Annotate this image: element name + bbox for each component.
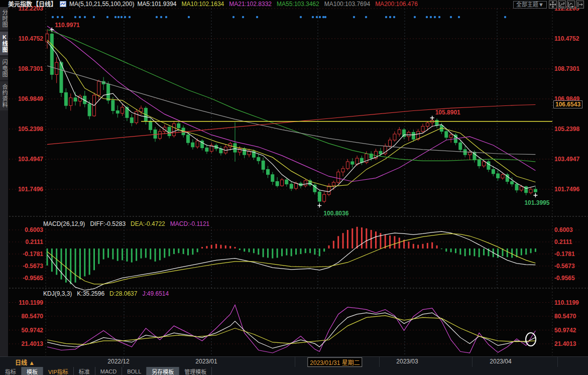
candle-body[interactable] xyxy=(501,175,504,178)
sidebar-tab-分时图[interactable]: 分时图 xyxy=(0,7,8,30)
candle-body[interactable] xyxy=(497,174,500,178)
date-tick[interactable]: 2022/12 xyxy=(107,358,129,365)
candle-body[interactable] xyxy=(393,134,396,140)
candle-body[interactable] xyxy=(534,189,537,192)
bottom-tab-管理模板[interactable]: 管理模板 xyxy=(179,367,212,375)
date-bar-cell-divider xyxy=(472,357,473,367)
ma-settings-label[interactable]: MA(5,10,21,55,100,200) xyxy=(69,1,134,8)
candle-body[interactable] xyxy=(295,183,298,188)
candle-body[interactable] xyxy=(511,182,514,184)
sidebar-tab-闪电图[interactable]: 闪电图 xyxy=(0,57,8,80)
date-tick-highlighted[interactable]: 2023/01/31 星期二 xyxy=(307,357,362,367)
candle-body[interactable] xyxy=(407,133,410,137)
candle-body[interactable] xyxy=(337,172,340,183)
candle-body[interactable] xyxy=(435,120,438,126)
candle-body[interactable] xyxy=(130,117,133,122)
expand-pane-icon[interactable] xyxy=(576,1,584,9)
candle-body[interactable] xyxy=(459,143,462,150)
theme-dropdown[interactable]: 全部主题▼ xyxy=(513,1,547,9)
candle-body[interactable] xyxy=(515,184,518,190)
bottom-tab-VIP指标[interactable]: VIP指标 xyxy=(43,367,74,375)
candle-body[interactable] xyxy=(290,184,293,189)
candle-body[interactable] xyxy=(483,162,486,166)
bottom-tab-模板[interactable]: 模板 xyxy=(22,367,43,375)
candle-body[interactable] xyxy=(177,123,180,128)
candle-body[interactable] xyxy=(187,135,190,143)
sidebar-tab-active-K线图[interactable]: K线图 xyxy=(0,32,8,55)
candle-body[interactable] xyxy=(304,181,307,186)
macd-name[interactable]: MACD(26,12,9) xyxy=(43,220,85,227)
candle-body[interactable] xyxy=(205,148,208,152)
candle-body[interactable] xyxy=(172,123,175,136)
candle-body[interactable] xyxy=(111,100,114,111)
candle-body[interactable] xyxy=(398,130,401,134)
candle-body[interactable] xyxy=(149,121,152,130)
price-axis-label-left: 101.7496 xyxy=(18,186,43,193)
pan-icon[interactable] xyxy=(549,1,557,9)
candle-body[interactable] xyxy=(46,34,49,42)
candle-body[interactable] xyxy=(468,152,472,155)
candle-body[interactable] xyxy=(257,157,260,161)
candle-body[interactable] xyxy=(529,189,532,193)
bottom-tab-标准[interactable]: 标准 xyxy=(74,367,95,375)
candle-body[interactable] xyxy=(520,187,523,190)
macd-dea-value: DEA:-0.4722 xyxy=(131,220,165,227)
period-selector[interactable]: 日线 ▲ xyxy=(15,358,35,366)
candle-body[interactable] xyxy=(243,149,246,155)
candle-body[interactable] xyxy=(154,130,157,138)
candle-body[interactable] xyxy=(426,123,429,127)
bottom-tab-BOLL[interactable]: BOLL xyxy=(122,367,147,375)
candle-body[interactable] xyxy=(116,111,119,113)
bottom-tab-另存模板[interactable]: 另存模板 xyxy=(147,367,179,375)
candle-body[interactable] xyxy=(135,111,138,122)
sidebar-tab-合约资料[interactable]: 合约资料 xyxy=(0,81,8,110)
candle-body[interactable] xyxy=(50,34,53,75)
candle-body[interactable] xyxy=(107,84,110,100)
candle-body[interactable] xyxy=(421,127,424,132)
candle-body[interactable] xyxy=(412,133,415,140)
date-tick[interactable]: 2023/01 xyxy=(195,358,217,365)
candle-body[interactable] xyxy=(281,180,284,186)
ma-settings-icon[interactable] xyxy=(60,1,66,7)
candle-body[interactable] xyxy=(168,127,171,136)
candle-body[interactable] xyxy=(346,162,349,169)
candle-body[interactable] xyxy=(379,151,382,154)
candle-body[interactable] xyxy=(356,158,359,164)
candle-body[interactable] xyxy=(196,141,199,147)
chart-canvas[interactable] xyxy=(0,0,588,375)
candle-body[interactable] xyxy=(271,175,274,182)
date-tick[interactable]: 2023/04 xyxy=(490,358,511,365)
candle-body[interactable] xyxy=(389,140,392,146)
candle-body[interactable] xyxy=(158,132,161,139)
candle-body[interactable] xyxy=(74,98,77,101)
candle-body[interactable] xyxy=(121,107,124,113)
candle-body[interactable] xyxy=(191,143,194,147)
candle-body[interactable] xyxy=(262,161,265,169)
candle-body[interactable] xyxy=(233,144,237,152)
candle-body[interactable] xyxy=(323,194,326,201)
fit-horizontal-axis-icon[interactable] xyxy=(567,1,575,9)
candle-body[interactable] xyxy=(351,162,354,164)
candle-body[interactable] xyxy=(449,135,452,138)
candle-body[interactable] xyxy=(478,160,481,166)
bottom-tab-MACD[interactable]: MACD xyxy=(95,367,122,375)
candle-body[interactable] xyxy=(276,182,279,186)
candle-body[interactable] xyxy=(97,81,100,95)
bottom-tab-指标[interactable]: 指标 xyxy=(0,367,22,375)
candle-body[interactable] xyxy=(487,162,490,170)
fit-vertical-axis-icon[interactable] xyxy=(558,1,566,9)
kdj-name[interactable]: KDJ(9,3,3) xyxy=(43,290,72,297)
candle-body[interactable] xyxy=(285,180,288,184)
candle-body[interactable] xyxy=(445,132,448,138)
candle-body[interactable] xyxy=(64,92,67,105)
candle-body[interactable] xyxy=(341,169,344,172)
candle-body[interactable] xyxy=(140,108,143,111)
candle-body[interactable] xyxy=(69,98,72,106)
candle-body[interactable] xyxy=(267,169,270,174)
candle-body[interactable] xyxy=(88,104,91,116)
candle-body[interactable] xyxy=(318,192,321,201)
candle-body[interactable] xyxy=(327,186,330,194)
candle-body[interactable] xyxy=(492,169,495,174)
candle-body[interactable] xyxy=(332,182,335,186)
date-tick[interactable]: 2023/03 xyxy=(396,358,418,365)
